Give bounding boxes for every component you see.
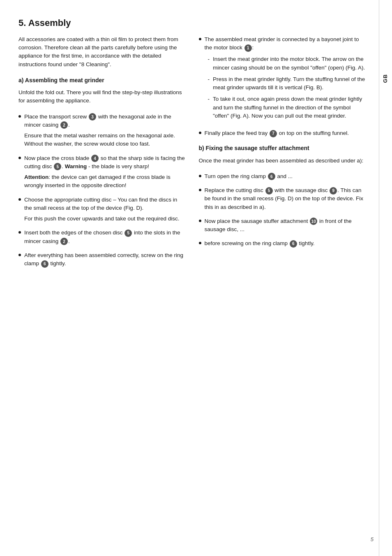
- section-b-bullet-3-content: Now place the sausage stuffer attachment…: [205, 217, 367, 234]
- section-b-bullet-3-text: Now place the sausage stuffer attachment…: [205, 217, 367, 234]
- dash-text-1: Insert the meat grinder into the motor b…: [213, 55, 367, 72]
- bullet-dot-b3: [199, 220, 201, 222]
- bullet-dot-4: [18, 231, 21, 234]
- dash-3: -: [208, 95, 210, 120]
- bullet-5-text: After everything has been assembled corr…: [24, 251, 187, 268]
- section-b-bullet-2-content: Replace the cutting disc 5 with the saus…: [205, 186, 367, 211]
- badge-2a: 2: [60, 121, 68, 129]
- badge-5b: 5: [125, 229, 132, 237]
- page-number: 5: [371, 536, 374, 544]
- attention-text: Attention: [24, 174, 48, 180]
- dash-item-1: - Insert the meat grinder into the motor…: [205, 55, 367, 72]
- page-container: 5. Assembly All accessories are coated w…: [0, 0, 392, 556]
- bullet-item-4: Insert both the edges of the chosen disc…: [18, 229, 187, 246]
- badge-1: 1: [244, 44, 252, 52]
- section-b-bullet-2: Replace the cutting disc 5 with the saus…: [199, 186, 367, 211]
- badge-4: 4: [91, 155, 99, 162]
- dash-item-2: - Press in the meat grinder lightly. Tur…: [205, 75, 367, 92]
- badge-6c: 6: [290, 240, 297, 248]
- bayonet-content: The assembled meat grinder is connected …: [205, 35, 367, 123]
- bullet-content-4: Insert both the edges of the chosen disc…: [24, 229, 187, 246]
- tab-label: GB: [382, 74, 390, 83]
- bullet-dot-r1: [199, 38, 201, 40]
- bullet-dot-5: [18, 254, 21, 256]
- section-b-bullet-4: before screwing on the ring clamp 6 tigh…: [199, 239, 367, 248]
- warning-text: Warning: [65, 163, 87, 169]
- bullet-dot-3: [18, 198, 21, 201]
- content-area: 5. Assembly All accessories are coated w…: [0, 0, 379, 556]
- dash-2: -: [208, 75, 210, 92]
- bullet-3-subtext: For this push the cover upwards and take…: [24, 215, 187, 223]
- feed-tray-bullet: Finally place the feed tray 7 on top on …: [199, 129, 367, 137]
- section-b-bullet-2-text: Replace the cutting disc 5 with the saus…: [205, 186, 367, 211]
- dash-text-3: To take it out, once again press down th…: [213, 95, 367, 120]
- badge-7: 7: [270, 130, 277, 137]
- bullet-content-3: Choose the appropriate cutting disc – Yo…: [24, 196, 187, 223]
- feed-tray-text: Finally place the feed tray 7 on top on …: [205, 129, 367, 137]
- section-b-bullet-4-content: before screwing on the ring clamp 6 tigh…: [205, 239, 367, 248]
- bullet-item-3: Choose the appropriate cutting disc – Yo…: [18, 196, 187, 223]
- bullet-item-2: Now place the cross blade 4 so that the …: [18, 154, 187, 190]
- badge-10: 10: [310, 218, 317, 225]
- intro-text: All accessories are coated with a thin o…: [18, 35, 187, 69]
- right-tab: GB: [379, 0, 392, 556]
- bullet-item-5: After everything has been assembled corr…: [18, 251, 187, 268]
- section-a-subtitle: Unfold the fold out. There you will find…: [18, 88, 187, 105]
- bullet-4-text: Insert both the edges of the chosen disc…: [24, 229, 187, 246]
- bullet-1-text: Place the transport screw 3 with the hex…: [24, 113, 187, 130]
- bullet-dot-2: [18, 157, 21, 159]
- bullet-2-subtext: Attention: the device can get damaged if…: [24, 173, 187, 190]
- bullet-1-subtext: Ensure that the metal washer remains on …: [24, 132, 187, 148]
- bullet-dot-r2: [199, 132, 201, 134]
- section-b-bullet-1-text: Turn open the ring clamp 6 and ...: [205, 172, 367, 181]
- section-b-bullet-3: Now place the sausage stuffer attachment…: [199, 217, 367, 234]
- section-b-title: b) Fixing the sausage stuffer attachment: [199, 144, 367, 152]
- badge-6b: 6: [268, 173, 275, 180]
- dash-text-2: Press in the meat grinder lightly. Turn …: [213, 75, 367, 92]
- left-column: All accessories are coated with a thin o…: [18, 35, 187, 540]
- bullet-3-text: Choose the appropriate cutting disc – Yo…: [24, 196, 187, 213]
- page-title: 5. Assembly: [18, 16, 367, 30]
- badge-6a: 6: [41, 260, 48, 268]
- section-a-title: a) Assembling the meat grinder: [18, 76, 187, 84]
- two-column-layout: All accessories are coated with a thin o…: [18, 35, 367, 540]
- bayonet-text: The assembled meat grinder is connected …: [205, 35, 367, 52]
- bullet-content: Place the transport screw 3 with the hex…: [24, 113, 187, 148]
- bullet-item-1: Place the transport screw 3 with the hex…: [18, 113, 187, 148]
- right-column: The assembled meat grinder is connected …: [199, 35, 367, 540]
- bullet-dot-b4: [199, 242, 201, 244]
- section-b-bullet-1: Turn open the ring clamp 6 and ...: [199, 172, 367, 181]
- feed-tray-content: Finally place the feed tray 7 on top on …: [205, 129, 367, 137]
- bullet-content-5: After everything has been assembled corr…: [24, 251, 187, 268]
- bullet-content-2: Now place the cross blade 4 so that the …: [24, 154, 187, 190]
- section-b-intro: Once the meat grinder has been assembled…: [199, 157, 367, 165]
- bullet-dot: [18, 115, 21, 118]
- bayonet-bullet: The assembled meat grinder is connected …: [199, 35, 367, 123]
- dash-item-3: - To take it out, once again press down …: [205, 95, 367, 120]
- badge-3: 3: [89, 113, 96, 120]
- badge-9: 9: [330, 187, 337, 195]
- badge-5a: 5: [54, 163, 61, 170]
- bullet-2-text: Now place the cross blade 4 so that the …: [24, 154, 187, 171]
- section-b-bullet-4-text: before screwing on the ring clamp 6 tigh…: [205, 239, 367, 248]
- bullet-dot-b1: [199, 175, 201, 177]
- section-b-bullet-1-content: Turn open the ring clamp 6 and ...: [205, 172, 367, 181]
- bullet-dot-b2: [199, 189, 201, 191]
- dash-1: -: [208, 55, 210, 72]
- badge-2b: 2: [60, 238, 68, 245]
- badge-5c: 5: [265, 187, 273, 195]
